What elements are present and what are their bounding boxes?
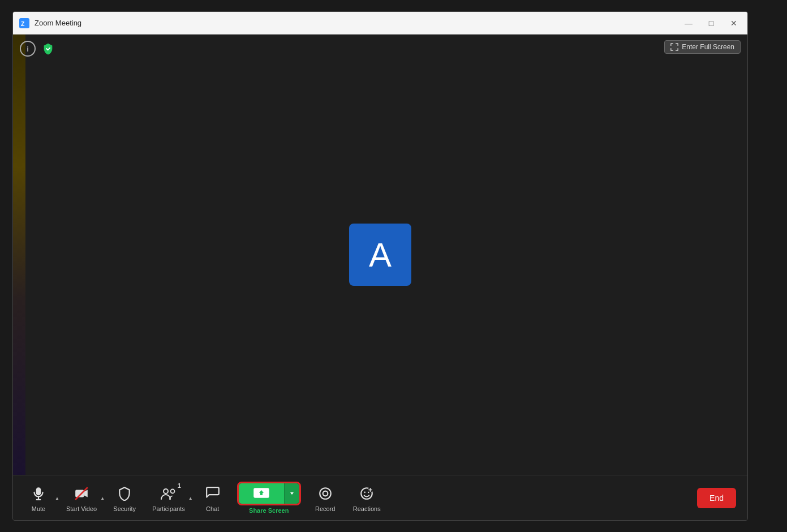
security-button[interactable]: Security bbox=[105, 480, 144, 516]
side-panel-strip bbox=[13, 35, 25, 475]
start-video-label: Start Video bbox=[66, 505, 97, 512]
svg-point-17 bbox=[364, 492, 366, 494]
chat-icon bbox=[203, 483, 223, 504]
participants-chevron[interactable]: ▲ bbox=[188, 495, 193, 500]
security-label: Security bbox=[113, 505, 136, 512]
window-controls: — □ ✕ bbox=[681, 15, 742, 31]
toolbar-items: ▲ Mute ▲ Start Vi bbox=[19, 480, 697, 516]
zoom-window: Z Zoom Meeting — □ ✕ i bbox=[12, 11, 748, 521]
chat-label: Chat bbox=[206, 505, 219, 512]
security-status-icon[interactable] bbox=[40, 41, 56, 57]
participants-icon: 1 bbox=[158, 483, 179, 504]
share-screen-label: Share Screen bbox=[249, 507, 289, 514]
maximize-button[interactable]: □ bbox=[703, 15, 719, 31]
titlebar: Z Zoom Meeting — □ ✕ bbox=[13, 12, 747, 35]
close-button[interactable]: ✕ bbox=[726, 15, 742, 31]
share-screen-main[interactable] bbox=[239, 483, 284, 504]
fullscreen-button[interactable]: Enter Full Screen bbox=[664, 40, 741, 54]
info-button[interactable]: i bbox=[20, 41, 36, 57]
share-screen-wrapper bbox=[237, 482, 301, 505]
avatar-letter: A bbox=[369, 235, 392, 274]
fullscreen-label: Enter Full Screen bbox=[682, 43, 734, 51]
mic-icon-area bbox=[28, 483, 49, 504]
svg-marker-13 bbox=[290, 492, 294, 495]
window-title: Zoom Meeting bbox=[35, 19, 681, 27]
chat-button[interactable]: Chat bbox=[193, 480, 233, 516]
zoom-logo-icon: Z bbox=[19, 18, 30, 29]
share-screen-chevron[interactable] bbox=[284, 483, 299, 504]
minimize-button[interactable]: — bbox=[681, 15, 696, 31]
record-button[interactable]: Record bbox=[306, 480, 345, 516]
record-label: Record bbox=[315, 505, 335, 512]
start-video-button[interactable]: ▲ Start Video bbox=[59, 480, 104, 516]
meeting-area: i Enter Full Screen A bbox=[13, 35, 747, 475]
end-button[interactable]: End bbox=[697, 488, 736, 508]
participants-count: 1 bbox=[178, 482, 181, 489]
svg-point-9 bbox=[170, 490, 174, 494]
participants-label: Participants bbox=[152, 505, 184, 512]
reactions-icon bbox=[356, 483, 377, 504]
reactions-button[interactable]: Reactions bbox=[346, 480, 388, 516]
mute-label: Mute bbox=[32, 505, 45, 512]
participant-avatar: A bbox=[349, 224, 411, 286]
svg-point-15 bbox=[322, 491, 328, 496]
mute-button[interactable]: ▲ Mute bbox=[19, 480, 58, 516]
svg-text:Z: Z bbox=[21, 20, 25, 27]
share-screen-button[interactable]: Share Screen bbox=[234, 480, 304, 515]
record-icon bbox=[315, 483, 336, 504]
meeting-topbar: i Enter Full Screen bbox=[13, 35, 747, 63]
toolbar: ▲ Mute ▲ Start Vi bbox=[13, 475, 747, 520]
svg-point-8 bbox=[164, 489, 168, 494]
mute-chevron[interactable]: ▲ bbox=[55, 495, 59, 500]
reactions-label: Reactions bbox=[353, 505, 381, 512]
camera-icon-area bbox=[71, 483, 92, 504]
participants-button[interactable]: 1 ▲ Participants bbox=[145, 480, 191, 516]
video-chevron[interactable]: ▲ bbox=[100, 495, 105, 500]
svg-rect-2 bbox=[36, 487, 41, 495]
security-icon bbox=[114, 483, 135, 504]
svg-point-14 bbox=[320, 488, 331, 499]
